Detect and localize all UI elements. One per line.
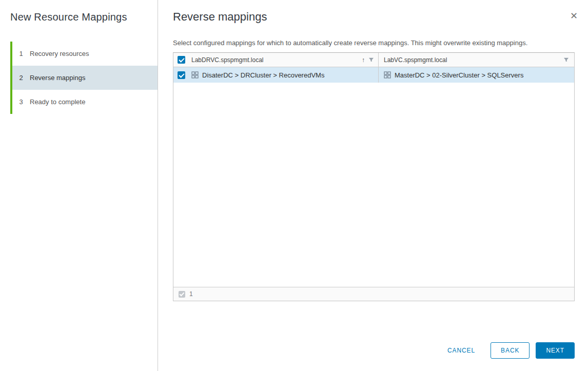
next-button[interactable]: NEXT (536, 342, 575, 359)
source-mapping-cell: DisaterDC > DRCluster > RecoveredVMs (189, 67, 379, 83)
column-header-label: LabDRVC.spspmgmt.local (191, 56, 264, 64)
sort-ascending-icon[interactable]: ↑ (362, 56, 365, 64)
target-mapping-cell: MasterDC > 02-SilverCluster > SQLServers (379, 67, 574, 83)
wizard-panel: Reverse mappings ✕ Select configured map… (158, 0, 588, 371)
select-all-cell (173, 53, 189, 67)
step-number: 1 (18, 50, 24, 57)
panel-description: Select configured mappings for which to … (173, 39, 575, 47)
wizard-title: New Resource Mappings (10, 11, 158, 23)
row-checkbox[interactable] (178, 71, 185, 79)
new-resource-mappings-dialog: New Resource Mappings 1 Recovery resourc… (0, 0, 588, 371)
cancel-button[interactable]: CANCEL (442, 342, 480, 359)
footer-selection-checkbox (179, 291, 185, 298)
target-mapping-text: MasterDC > 02-SilverCluster > SQLServers (395, 71, 523, 79)
step-number: 2 (18, 74, 24, 82)
step-label: Reverse mappings (30, 74, 85, 82)
close-icon[interactable]: ✕ (570, 11, 578, 21)
step-reverse-mappings[interactable]: 2 Reverse mappings (10, 66, 158, 90)
step-number: 3 (18, 98, 24, 106)
mappings-table: LabDRVC.spspmgmt.local ↑ LabVC.spspmgmt.… (173, 52, 575, 301)
filter-icon[interactable] (563, 57, 569, 63)
header-icons: ↑ (362, 56, 374, 64)
column-header-source[interactable]: LabDRVC.spspmgmt.local ↑ (189, 53, 379, 67)
table-empty-area (173, 83, 574, 287)
column-header-target[interactable]: LabVC.spspmgmt.local (379, 53, 574, 67)
source-mapping-text: DisaterDC > DRCluster > RecoveredVMs (202, 71, 324, 79)
selection-count: 1 (189, 290, 193, 298)
action-bar: CANCEL BACK NEXT (173, 332, 575, 359)
table-row[interactable]: DisaterDC > DRCluster > RecoveredVMs Mas… (173, 67, 574, 83)
resource-pool-icon (384, 71, 391, 79)
step-label: Recovery resources (30, 50, 89, 57)
wizard-steps: 1 Recovery resources 2 Reverse mappings … (10, 42, 158, 114)
row-checkbox-cell (173, 67, 189, 83)
step-label: Ready to complete (30, 98, 85, 106)
page-title: Reverse mappings (173, 10, 575, 24)
filter-icon[interactable] (368, 57, 374, 63)
select-all-checkbox[interactable] (178, 56, 185, 64)
wizard-sidebar: New Resource Mappings 1 Recovery resourc… (0, 0, 158, 371)
table-footer: 1 (173, 287, 574, 301)
step-recovery-resources[interactable]: 1 Recovery resources (10, 42, 158, 66)
step-ready-to-complete[interactable]: 3 Ready to complete (10, 90, 158, 114)
table-header-row: LabDRVC.spspmgmt.local ↑ LabVC.spspmgmt.… (173, 53, 574, 67)
resource-pool-icon (191, 71, 199, 79)
back-button[interactable]: BACK (491, 342, 530, 359)
column-header-label: LabVC.spspmgmt.local (384, 56, 447, 64)
